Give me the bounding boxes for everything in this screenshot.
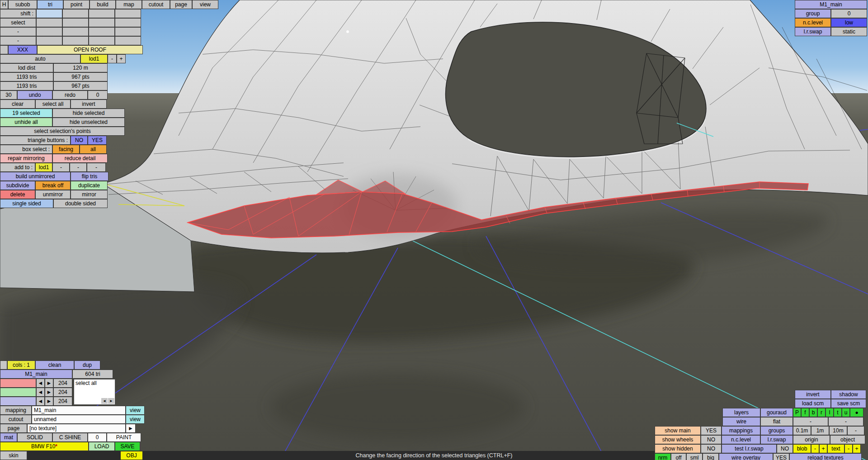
cutout-button[interactable]: cutout	[0, 415, 31, 423]
page-texture-field[interactable]: [no texture]	[28, 424, 125, 432]
tab-view[interactable]: view	[193, 0, 218, 9]
text-minus-button[interactable]: -	[845, 445, 852, 453]
car-file-button[interactable]: BMW F10*	[0, 442, 88, 451]
hide-selected-button[interactable]: hide selected	[53, 109, 124, 117]
show-main-value[interactable]: YES	[701, 427, 721, 435]
tab-build[interactable]: build	[90, 0, 115, 9]
color-swatch-blue[interactable]	[0, 397, 36, 405]
invert-button[interactable]: invert	[795, 390, 830, 398]
reduce-detail-button[interactable]: reduce detail	[53, 154, 107, 162]
triangle-buttons-yes[interactable]: YES	[88, 136, 106, 144]
lod1-button[interactable]: lod1	[81, 55, 107, 63]
build-unmirrored-button[interactable]: build unmirrored	[0, 172, 70, 180]
layer-r-button[interactable]: r	[818, 408, 825, 417]
hide-unselected-button[interactable]: hide unselected	[53, 118, 124, 126]
obj-export-button[interactable]: OBJ	[121, 451, 142, 460]
subdivide-button[interactable]: subdivide	[0, 181, 35, 190]
blob-plus-button[interactable]: +	[820, 445, 827, 453]
wire-button[interactable]: wire	[723, 417, 760, 426]
group-button[interactable]: group	[795, 9, 830, 18]
tab-h[interactable]: H	[0, 0, 8, 9]
select-slot-4[interactable]	[115, 19, 141, 27]
save-button[interactable]: SAVE	[115, 442, 140, 451]
mappings-button[interactable]: mappings	[722, 427, 760, 435]
mapping-view-button[interactable]: view	[126, 406, 144, 414]
skin-button[interactable]: skin	[0, 451, 27, 460]
page-button[interactable]: page	[0, 424, 27, 432]
list-next-button[interactable]: ►	[108, 398, 114, 404]
layer-f-button[interactable]: f	[802, 408, 809, 417]
tab-subob[interactable]: subob	[9, 0, 37, 9]
xxx-button[interactable]: XXX	[9, 46, 37, 54]
layer-u-button[interactable]: u	[842, 408, 849, 417]
double-sided-button[interactable]: double sided	[54, 199, 107, 208]
cutout-name-field[interactable]: unnamed	[32, 415, 125, 423]
shift-slot-2[interactable]	[63, 9, 88, 18]
nrm-off-button[interactable]: off	[671, 454, 686, 460]
mode-slot-2d[interactable]	[115, 37, 141, 45]
shift-slot-3[interactable]	[89, 9, 114, 18]
groups-button[interactable]: groups	[761, 427, 793, 435]
layer-b-button[interactable]: b	[810, 408, 817, 417]
test-lr-swap-value[interactable]: NO	[777, 445, 793, 453]
tab-cutout[interactable]: cutout	[142, 0, 170, 9]
mapping-button[interactable]: mapping	[0, 406, 31, 414]
lod-plus-button[interactable]: +	[117, 55, 125, 63]
swatch-red-next[interactable]: ►	[45, 379, 53, 387]
layers-button[interactable]: layers	[723, 408, 760, 417]
wire-overlay-value[interactable]: YES	[774, 454, 789, 460]
gouraud-button[interactable]: gouraud	[761, 408, 793, 417]
mode-slot-label-1[interactable]: -	[0, 28, 36, 36]
box-select-all[interactable]: all	[80, 145, 106, 153]
text-plus-button[interactable]: +	[853, 445, 860, 453]
redo-button[interactable]: redo	[53, 91, 87, 99]
test-lr-swap-button[interactable]: test l.r.swap	[722, 445, 776, 453]
mode-slot-1b[interactable]	[63, 28, 88, 36]
blob-minus-button[interactable]: -	[811, 445, 819, 453]
swatch-red-prev[interactable]: ◄	[37, 379, 44, 387]
mode-slot-1c[interactable]	[89, 28, 114, 36]
text-button[interactable]: text	[828, 445, 844, 453]
mode-slot-2c[interactable]	[89, 37, 114, 45]
undo-button[interactable]: undo	[18, 91, 52, 99]
mat-solid-button[interactable]: SOLID	[18, 433, 52, 441]
blob-button[interactable]: blob	[793, 445, 811, 453]
shift-slot-1[interactable]	[37, 9, 62, 18]
lod-dist-value[interactable]: 120 m	[54, 64, 107, 72]
repair-mirroring-button[interactable]: repair mirroring	[0, 154, 52, 162]
tab-map[interactable]: map	[116, 0, 142, 9]
mode-slot-2b[interactable]	[63, 37, 88, 45]
flat-button[interactable]: flat	[761, 417, 793, 426]
layer-t-button[interactable]: t	[834, 408, 841, 417]
show-main-button[interactable]: show main	[655, 427, 700, 435]
list-item[interactable]: select all	[74, 379, 115, 387]
add-to-slot-2[interactable]: -	[70, 163, 86, 171]
select-button[interactable]: select	[0, 19, 36, 27]
add-to-lod1[interactable]: lod1	[36, 163, 52, 171]
nc-level-value[interactable]: low	[831, 19, 867, 27]
select-all-button[interactable]: select all	[36, 100, 70, 108]
wire-slot-2[interactable]: -	[829, 417, 863, 426]
select-slot-2[interactable]	[63, 19, 88, 27]
triangle-buttons-no[interactable]: NO	[71, 136, 87, 144]
select-selections-points-button[interactable]: select selection's points	[0, 127, 124, 135]
mode-slot-2a[interactable]	[37, 37, 62, 45]
show-hidden-button[interactable]: show hidden	[655, 445, 700, 453]
clean-button[interactable]: clean	[36, 361, 74, 369]
selection-set-list[interactable]: select all ◄ ►	[74, 379, 115, 405]
mode-slot-label-2[interactable]: -	[0, 37, 36, 45]
color-swatch-red[interactable]	[0, 379, 36, 387]
select-slot-3[interactable]	[89, 19, 114, 27]
mat-cshine-button[interactable]: C SHINE	[53, 433, 87, 441]
tab-tri-active[interactable]: tri	[38, 0, 63, 9]
tab-point[interactable]: point	[64, 0, 89, 9]
lod-minus-button[interactable]: -	[108, 55, 116, 63]
load-scm-button[interactable]: load scm	[795, 399, 830, 408]
mapping-name-field[interactable]: M1_main	[32, 406, 125, 414]
swatch-blue-prev[interactable]: ◄	[37, 397, 44, 405]
wire-overlay-button[interactable]: wire overlay	[719, 454, 773, 460]
save-scm-button[interactable]: save scm	[831, 399, 866, 408]
shift-slot-4[interactable]	[115, 9, 141, 18]
nrm-button[interactable]: nrm	[655, 454, 670, 460]
single-sided-button[interactable]: single sided	[0, 199, 53, 208]
